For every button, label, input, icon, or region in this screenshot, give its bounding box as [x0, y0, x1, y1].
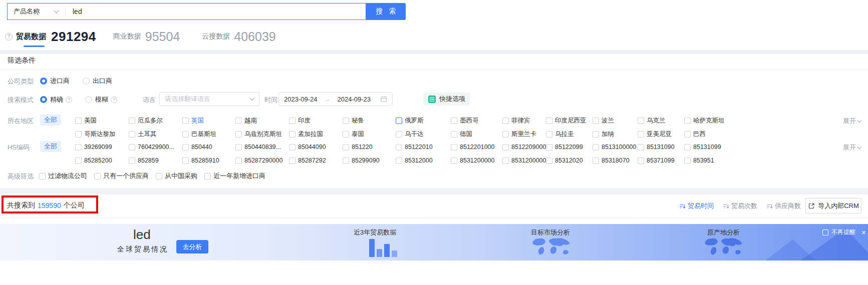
checkbox-option[interactable]: 越南: [235, 116, 289, 125]
checkbox[interactable]: [343, 118, 349, 124]
go-analyze-button[interactable]: 去分析: [176, 240, 208, 254]
checkbox[interactable]: [75, 158, 82, 164]
checkbox[interactable]: [182, 131, 189, 138]
checkbox-option[interactable]: 加纳: [593, 130, 638, 138]
checkbox-option[interactable]: 8513100000: [593, 144, 638, 150]
checkbox-option[interactable]: 85318070: [593, 157, 638, 164]
checkbox[interactable]: [343, 144, 349, 150]
checkbox[interactable]: [451, 118, 457, 124]
checkbox-option[interactable]: 厄瓜多尔: [129, 116, 182, 125]
checkbox-option[interactable]: 近一年新增进口商: [204, 172, 265, 180]
checkbox-option[interactable]: 85122010: [396, 144, 451, 150]
checkbox[interactable]: [451, 158, 457, 164]
checkbox-option[interactable]: 过滤物流公司: [39, 172, 87, 180]
checkbox[interactable]: [396, 131, 402, 138]
checkbox-option[interactable]: 哥斯达黎加: [75, 130, 129, 138]
checkbox-option[interactable]: 85312000000: [502, 157, 546, 164]
checkbox[interactable]: [546, 144, 552, 150]
hs-expand-link[interactable]: 展开: [843, 143, 861, 152]
checkbox[interactable]: [451, 131, 457, 138]
checkbox[interactable]: [593, 158, 599, 164]
checkbox[interactable]: [502, 158, 509, 164]
checkbox[interactable]: [546, 131, 552, 138]
checkbox-option[interactable]: 乌干达: [396, 130, 451, 138]
checkbox-option[interactable]: 85287292: [289, 157, 343, 164]
checkbox-option[interactable]: 乌拉圭: [546, 130, 593, 138]
checkbox-option[interactable]: 850440: [182, 144, 235, 150]
checkbox[interactable]: [204, 173, 211, 180]
checkbox[interactable]: [638, 131, 644, 138]
checkbox[interactable]: [684, 158, 691, 164]
checkbox-option[interactable]: 85287290000: [235, 157, 289, 164]
checkbox[interactable]: [684, 131, 691, 138]
checkbox[interactable]: [396, 118, 402, 124]
checkbox-option[interactable]: 乌克兰: [638, 116, 684, 125]
checkbox[interactable]: [684, 118, 691, 124]
checkbox-option[interactable]: 760429900...: [129, 144, 182, 150]
results-count[interactable]: 159590: [38, 202, 61, 210]
checkbox-option[interactable]: 俄罗斯: [396, 116, 451, 125]
checkbox-option[interactable]: 85131090: [638, 144, 684, 150]
checkbox-option[interactable]: 泰国: [343, 130, 396, 138]
checkbox-option[interactable]: 39269099: [75, 144, 129, 150]
hs-all-button[interactable]: 全部: [40, 141, 61, 152]
checkbox-option[interactable]: 85285200: [75, 157, 129, 164]
checkbox[interactable]: [75, 118, 82, 124]
checkbox-option[interactable]: 哈萨克斯坦: [684, 116, 838, 125]
checkbox-option[interactable]: 8531200000: [451, 157, 502, 164]
checkbox-option[interactable]: 秘鲁: [343, 116, 396, 125]
search-input[interactable]: [66, 4, 366, 19]
checkbox[interactable]: [638, 158, 644, 164]
checkbox-option[interactable]: 孟加拉国: [289, 130, 343, 138]
checkbox[interactable]: [39, 173, 46, 180]
checkbox-option[interactable]: 85371099: [638, 157, 684, 164]
checkbox-option[interactable]: 墨西哥: [451, 116, 502, 125]
checkbox-option[interactable]: 850440839...: [235, 144, 289, 150]
checkbox[interactable]: [289, 131, 296, 138]
checkbox[interactable]: [546, 118, 552, 124]
language-select[interactable]: 请选择翻译语言: [159, 92, 259, 106]
checkbox-option[interactable]: 巴基斯坦: [182, 130, 235, 138]
radio-exporter[interactable]: 出口商: [83, 76, 112, 86]
checkbox-option[interactable]: 8512201000: [451, 144, 502, 150]
close-icon[interactable]: ×: [861, 228, 866, 236]
checkbox[interactable]: [451, 144, 457, 150]
checkbox-option[interactable]: 斯里兰卡: [502, 130, 546, 138]
checkbox[interactable]: [129, 144, 135, 150]
sort-trade-count[interactable]: 贸易次数: [723, 202, 757, 210]
checkbox[interactable]: [638, 144, 644, 150]
checkbox[interactable]: [75, 144, 82, 150]
checkbox-option[interactable]: 853951: [684, 157, 838, 164]
checkbox[interactable]: [182, 144, 189, 150]
checkbox[interactable]: [502, 131, 509, 138]
checkbox-option[interactable]: 85312020: [546, 157, 593, 164]
checkbox[interactable]: [129, 158, 135, 164]
checkbox[interactable]: [502, 144, 509, 150]
checkbox[interactable]: [129, 131, 135, 138]
checkbox-option[interactable]: 85312000: [396, 157, 451, 164]
checkbox[interactable]: [684, 144, 691, 150]
checkbox-option[interactable]: 亚美尼亚: [638, 130, 684, 138]
checkbox[interactable]: [396, 144, 402, 150]
search-category-select[interactable]: 产品名称: [8, 7, 58, 16]
checkbox[interactable]: [182, 158, 189, 164]
checkbox[interactable]: [289, 118, 296, 124]
region-expand-link[interactable]: 展开: [843, 116, 861, 126]
checkbox[interactable]: [396, 158, 402, 164]
checkbox-option[interactable]: 乌兹别克斯坦: [235, 130, 289, 138]
tab-trade-data[interactable]: ? 贸易数据 291294: [5, 29, 96, 44]
checkbox-option[interactable]: 美国: [75, 116, 129, 125]
checkbox[interactable]: [502, 118, 509, 124]
info-icon[interactable]: ?: [111, 96, 117, 103]
tab-business-data[interactable]: 商业数据 95504: [113, 30, 180, 44]
checkbox[interactable]: [289, 144, 296, 150]
import-crm-button[interactable]: 导入内部CRM: [805, 198, 861, 214]
date-range-picker[interactable]: 2023-09-24 → 2024-09-23: [278, 92, 393, 106]
checkbox[interactable]: [593, 144, 599, 150]
checkbox[interactable]: [546, 158, 552, 164]
radio-fuzzy[interactable]: 模糊 ?: [85, 95, 117, 104]
checkbox[interactable]: [593, 131, 599, 138]
checkbox[interactable]: [343, 131, 349, 138]
checkbox-option[interactable]: 8512209000: [502, 144, 546, 150]
checkbox-option[interactable]: 只有一个供应商: [94, 172, 149, 180]
